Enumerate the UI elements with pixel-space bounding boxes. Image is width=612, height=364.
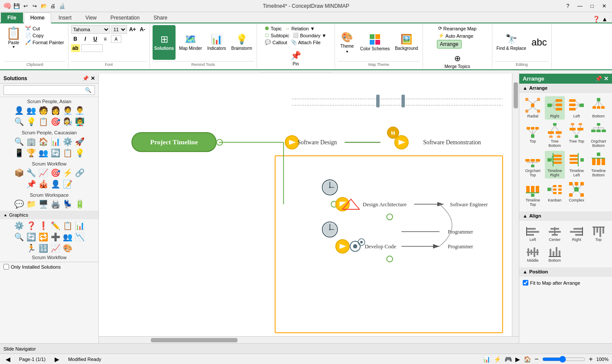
arrange-button[interactable]: Arrange bbox=[437, 40, 462, 49]
icon-wf3[interactable]: 📈 bbox=[38, 167, 49, 179]
icon-wf4[interactable]: 🎯 bbox=[50, 167, 61, 179]
spell-check-button[interactable]: abc bbox=[530, 25, 549, 60]
relation-button[interactable]: ↔ Relation ▼ bbox=[284, 25, 316, 32]
italic-button[interactable]: I bbox=[81, 35, 90, 43]
icon-wf2[interactable]: 🔧 bbox=[26, 167, 37, 179]
subtopic-button[interactable]: ⬡ Subtopic bbox=[264, 32, 290, 39]
save-icon[interactable]: 💾 bbox=[13, 2, 20, 10]
position-section-header[interactable]: ▲ Position bbox=[519, 267, 612, 276]
status-icon4[interactable]: ▶ bbox=[515, 356, 520, 363]
icon-c10[interactable]: 🔄 bbox=[50, 147, 61, 159]
icon-c8[interactable]: 🏆 bbox=[26, 147, 37, 159]
arrange-section-header[interactable]: ▲ Arrange bbox=[519, 84, 612, 93]
icon-wf5[interactable]: ⚡ bbox=[62, 167, 73, 179]
icon-person2[interactable]: 👥 bbox=[26, 105, 37, 116]
zoom-slider[interactable] bbox=[542, 356, 586, 363]
rearrange-map-button[interactable]: ⟳ Rearrange Map bbox=[437, 25, 478, 32]
icon-g2[interactable]: ❓ bbox=[26, 220, 37, 231]
arrange-left[interactable]: Left bbox=[566, 96, 587, 120]
icon-ws5[interactable]: 💺 bbox=[62, 198, 73, 210]
icon-g16[interactable]: 🎨 bbox=[62, 243, 73, 254]
icon-g5[interactable]: 📋 bbox=[62, 220, 73, 231]
icon-c4[interactable]: 📊 bbox=[50, 136, 61, 147]
status-icon1[interactable]: 📊 bbox=[483, 356, 490, 363]
icon-wf1[interactable]: 📦 bbox=[13, 167, 25, 179]
arrange-orgchart-top[interactable]: Orgchart Top bbox=[523, 151, 543, 179]
solutions-button[interactable]: ⊞ Solutions bbox=[153, 25, 176, 60]
list-button[interactable]: ≡ bbox=[101, 35, 110, 43]
font-increase-button[interactable]: A+ bbox=[128, 26, 137, 33]
font-color-picker[interactable] bbox=[81, 44, 103, 52]
tab-file[interactable]: File bbox=[1, 13, 23, 23]
icon-c7[interactable]: 📱 bbox=[13, 147, 25, 159]
text-color-button[interactable]: A bbox=[111, 35, 121, 43]
icon-person4[interactable]: 👩 bbox=[50, 105, 61, 116]
icon-g9[interactable]: 🔁 bbox=[38, 231, 49, 243]
icon-person5[interactable]: 🧑‍💼 bbox=[62, 105, 73, 116]
horizontal-scrollbar[interactable] bbox=[99, 336, 519, 343]
open-icon[interactable]: 📂 bbox=[40, 2, 48, 10]
icon-p7[interactable]: 🔍 bbox=[13, 116, 25, 127]
icon-g7[interactable]: 🔍 bbox=[13, 231, 25, 243]
icon-wf9[interactable]: 👤 bbox=[50, 179, 61, 190]
status-icon5[interactable]: 🏠 bbox=[524, 356, 531, 363]
icon-p11[interactable]: 👩‍🔬 bbox=[62, 116, 73, 127]
attach-file-button[interactable]: 📎 Attach File bbox=[290, 39, 322, 46]
help-button[interactable]: ? bbox=[563, 2, 572, 10]
icon-p9[interactable]: 📋 bbox=[38, 116, 49, 127]
arrange-timeline-right[interactable]: Timeline Right bbox=[545, 151, 565, 179]
arrange-top[interactable]: Top bbox=[523, 121, 543, 149]
icon-g12[interactable]: 📉 bbox=[74, 231, 85, 243]
arrange-timeline-left[interactable]: Timeline Left bbox=[566, 151, 587, 179]
search-toolbar-icon[interactable]: 🔬 bbox=[58, 2, 66, 10]
icon-g15[interactable]: 📈 bbox=[50, 243, 61, 254]
icon-person6[interactable]: 👨‍💼 bbox=[74, 105, 85, 116]
icon-wf6[interactable]: 🔗 bbox=[74, 167, 85, 179]
icon-g10[interactable]: ➕ bbox=[50, 231, 61, 243]
align-middle[interactable]: Middle bbox=[523, 245, 543, 264]
icon-g6[interactable]: 📊 bbox=[74, 220, 85, 231]
icon-ws6[interactable]: 🔋 bbox=[74, 198, 85, 210]
paste-button[interactable]: 📋 Paste ▼ bbox=[4, 25, 23, 50]
color-schemes-button[interactable]: Color Schemes bbox=[358, 25, 391, 60]
auto-arrange-button[interactable]: ⚡ Auto Arrange bbox=[437, 32, 475, 39]
close-button[interactable]: ✕ bbox=[600, 2, 609, 10]
icon-c11[interactable]: 📋 bbox=[62, 147, 73, 159]
tab-presentation[interactable]: Presentation bbox=[104, 13, 146, 23]
icon-wf10[interactable]: 📝 bbox=[62, 179, 73, 190]
zoom-plus[interactable]: + bbox=[589, 355, 593, 363]
icon-ws3[interactable]: 🖥️ bbox=[38, 198, 49, 210]
icon-g4[interactable]: ✏️ bbox=[50, 220, 61, 231]
icon-person1[interactable]: 👤 bbox=[13, 105, 25, 116]
icon-g1[interactable]: ⚙️ bbox=[13, 220, 25, 231]
close-arrange-icon[interactable]: ✕ bbox=[604, 75, 609, 82]
arrange-bottom[interactable]: Bottom bbox=[589, 96, 609, 120]
font-face-select[interactable]: Tahoma bbox=[71, 25, 110, 34]
icon-ws1[interactable]: 💬 bbox=[13, 198, 25, 210]
help-icon[interactable]: ❓ bbox=[592, 16, 600, 23]
align-bottom[interactable]: Bottom bbox=[545, 245, 565, 264]
icon-person3[interactable]: 🧑 bbox=[38, 105, 49, 116]
bold-button[interactable]: B bbox=[71, 35, 80, 43]
highlight-button[interactable]: ab bbox=[71, 44, 80, 52]
tab-view[interactable]: View bbox=[79, 13, 103, 23]
arrange-timeline-bottom[interactable]: Timeline Bottom bbox=[589, 151, 609, 179]
icon-ws4[interactable]: 🖨️ bbox=[50, 198, 61, 210]
horizontal-scroll-thumb[interactable] bbox=[151, 338, 238, 342]
arrange-complex[interactable]: Complex bbox=[566, 180, 587, 208]
brainstorm-button[interactable]: 💡 Brainstorm bbox=[229, 25, 254, 60]
arrange-tree-bottom[interactable]: Tree Bottom bbox=[545, 121, 565, 149]
close-panel-icon[interactable]: ✕ bbox=[91, 75, 95, 81]
arrange-radial[interactable]: Radial bbox=[523, 96, 543, 120]
icon-p12[interactable]: 👨‍🏫 bbox=[74, 116, 85, 127]
topic-button[interactable]: ⬢ Topic bbox=[264, 25, 283, 32]
align-right[interactable]: Right bbox=[566, 224, 587, 243]
icon-c2[interactable]: 🏢 bbox=[26, 136, 37, 147]
icon-g13[interactable]: 🏃 bbox=[26, 243, 37, 254]
arrange-right[interactable]: Right bbox=[545, 96, 565, 120]
boundary-button[interactable]: ⬜ Boundary ▼ bbox=[291, 32, 328, 39]
copy-button[interactable]: 📄 Copy bbox=[24, 32, 65, 39]
minimize-button[interactable]: — bbox=[576, 2, 584, 10]
align-section-header[interactable]: ▲ Align bbox=[519, 211, 612, 221]
icon-g8[interactable]: 🔄 bbox=[26, 231, 37, 243]
